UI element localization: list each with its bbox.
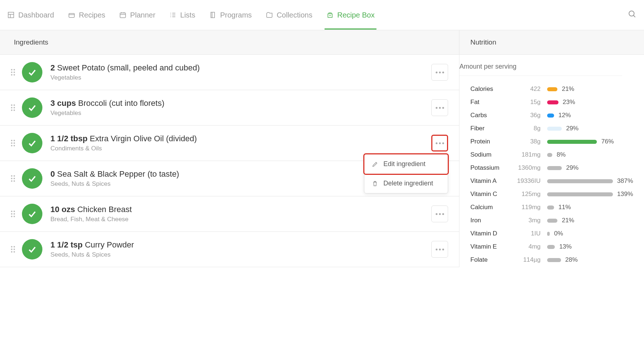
nutrition-row: Calcium119mg11% (470, 201, 633, 214)
nutrition-row: Vitamin E4mg13% (470, 240, 633, 253)
ingredient-text: 1 1/2 tsp Curry PowderSeeds, Nuts & Spic… (50, 240, 431, 258)
menu-edit-label: Edit ingredient (383, 160, 425, 168)
nutrient-label: Calories (470, 85, 509, 93)
nav-collections[interactable]: Collections (266, 1, 312, 30)
nutrient-bar (547, 206, 554, 210)
nutrient-bar (547, 140, 597, 144)
nutrient-bar-wrap: 23% (547, 99, 633, 106)
check-icon[interactable] (22, 97, 42, 118)
ingredient-category: Condiments & Oils (50, 145, 431, 152)
ingredient-title: 1 1/2 tbsp Extra Virgin Olive Oil (divid… (50, 134, 431, 143)
nav-label: Recipes (79, 11, 105, 19)
nutrient-bar (547, 258, 561, 262)
drag-handle-icon[interactable] (11, 140, 16, 146)
nav-dashboard[interactable]: Dashboard (7, 1, 54, 30)
more-button[interactable] (431, 64, 448, 81)
nutrient-label: Vitamin D (470, 230, 509, 237)
nutrient-label: Vitamin E (470, 243, 509, 250)
more-button[interactable] (431, 99, 448, 116)
drag-handle-icon[interactable] (11, 246, 16, 253)
ingredient-text: 1 1/2 tbsp Extra Virgin Olive Oil (divid… (50, 134, 431, 152)
nav-label: Lists (180, 11, 195, 19)
ingredient-text: 2 Sweet Potato (small, peeled and cubed)… (50, 63, 431, 81)
nutrient-label: Folate (470, 256, 509, 264)
nav-planner[interactable]: Planner (119, 1, 155, 30)
ingredient-category: Seeds, Nuts & Spices (50, 251, 431, 258)
nutrient-label: Protein (470, 138, 509, 145)
nutrient-percent: 0% (554, 230, 563, 237)
nav-label: Recipe Box (337, 11, 375, 19)
drag-handle-icon[interactable] (11, 69, 16, 76)
top-nav: DashboardRecipesPlannerListsProgramsColl… (0, 0, 644, 30)
delete-ingredient-button[interactable]: Delete ingredient (364, 174, 448, 193)
nutrient-label: Iron (470, 217, 509, 224)
nutrient-bar-wrap: 8% (547, 151, 633, 158)
more-button[interactable] (431, 135, 448, 151)
nutrition-row: Protein38g76% (470, 135, 633, 148)
nutrient-value: 8g (509, 125, 547, 132)
nav-label: Dashboard (18, 11, 54, 19)
nutrient-bar-wrap: 12% (547, 112, 633, 119)
edit-ingredient-button[interactable]: Edit ingredient (364, 154, 448, 174)
svg-line-17 (633, 15, 635, 17)
nutrient-label: Potassium (470, 164, 509, 172)
nutrition-row: Calories42221% (470, 82, 633, 96)
check-icon[interactable] (22, 168, 42, 189)
nutrient-label: Vitamin C (470, 191, 509, 198)
nutrient-label: Carbs (470, 112, 509, 119)
nutrient-bar (547, 127, 562, 131)
nutrient-bar (547, 114, 554, 118)
nutrient-bar (547, 192, 613, 196)
nav-icon (68, 11, 75, 19)
nutrient-percent: 29% (566, 164, 579, 172)
nutrient-percent: 21% (562, 217, 574, 224)
nav-label: Planner (130, 11, 155, 19)
nutrient-percent: 8% (557, 151, 566, 158)
nav-recipes[interactable]: Recipes (68, 1, 105, 30)
nutrition-row: Vitamin A19336IU387% (470, 174, 633, 188)
nutrient-value: 15g (509, 99, 547, 106)
ingredient-text: 3 cups Broccoli (cut into florets)Vegeta… (50, 99, 431, 117)
nutrient-value: 1IU (509, 230, 547, 237)
nutrient-percent: 12% (558, 112, 571, 119)
nutrition-row: Iron3mg21% (470, 214, 633, 227)
check-icon[interactable] (22, 204, 42, 224)
nutrition-row: Vitamin C125mg139% (470, 188, 633, 201)
nutrient-percent: 11% (558, 204, 571, 211)
more-button[interactable] (431, 206, 448, 222)
nutrition-title: Nutrition (459, 30, 644, 55)
nutrition-row: Folate114µg28% (470, 253, 633, 266)
svg-rect-3 (69, 14, 74, 18)
nutrient-bar-wrap: 28% (547, 256, 633, 264)
nav-icon (7, 11, 15, 19)
search-button[interactable] (628, 10, 637, 20)
nutrient-bar-wrap: 21% (547, 217, 633, 224)
more-button[interactable] (431, 241, 448, 258)
check-icon[interactable] (22, 239, 42, 260)
nutrient-label: Sodium (470, 151, 509, 158)
ingredient-text: 10 ozs Chicken BreastBread, Fish, Meat &… (50, 205, 431, 223)
svg-rect-0 (8, 12, 14, 18)
ingredient-title: 1 1/2 tsp Curry Powder (50, 240, 431, 250)
nutrition-row: Fiber8g29% (470, 122, 633, 135)
drag-handle-icon[interactable] (11, 211, 16, 217)
nutrient-bar (547, 87, 557, 91)
nav-recipe-box[interactable]: Recipe Box (326, 1, 375, 30)
nav-lists[interactable]: Lists (169, 1, 195, 30)
nutrient-label: Fat (470, 99, 509, 106)
ingredients-panel: Ingredients 2 Sweet Potato (small, peele… (0, 30, 459, 267)
nutrient-bar (547, 166, 562, 170)
check-icon[interactable] (22, 62, 42, 82)
nutrition-row: Fat15g23% (470, 96, 633, 109)
nutrient-value: 181mg (509, 151, 547, 158)
drag-handle-icon[interactable] (11, 175, 16, 182)
nutrient-percent: 28% (565, 256, 578, 264)
nutrient-percent: 29% (566, 125, 579, 132)
drag-handle-icon[interactable] (11, 104, 16, 111)
ingredient-menu: Edit ingredientDelete ingredient (364, 154, 448, 193)
nutrient-bar (547, 232, 550, 236)
nav-programs[interactable]: Programs (209, 1, 252, 30)
nutrient-bar-wrap: 387% (547, 177, 633, 185)
nav-icon (169, 11, 177, 19)
check-icon[interactable] (22, 133, 42, 153)
